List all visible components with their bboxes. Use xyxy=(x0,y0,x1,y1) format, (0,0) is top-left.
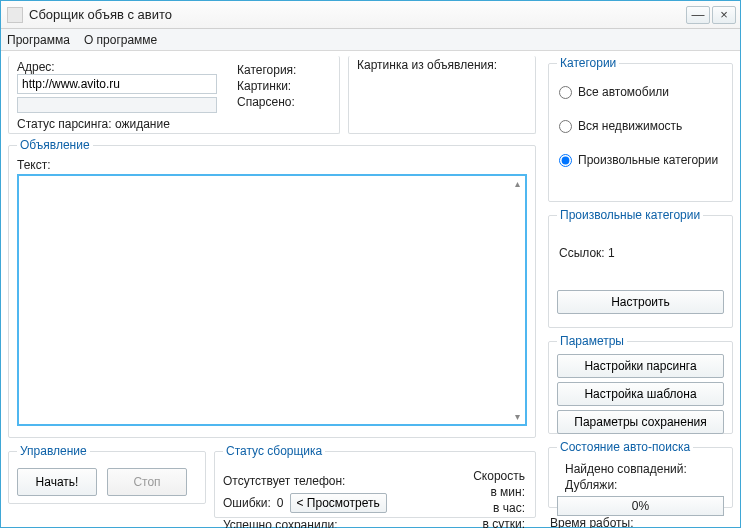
radio-all-realty-label: Вся недвижимость xyxy=(578,119,682,133)
errors-label: Ошибки: xyxy=(223,494,271,512)
control-legend: Управление xyxy=(17,444,90,458)
per-day-label: в сутки: xyxy=(483,517,526,528)
errors-value: 0 xyxy=(277,494,284,512)
parse-status-label: Статус парсинга: xyxy=(17,117,112,131)
address-input[interactable] xyxy=(17,74,217,94)
menubar: Программа О программе xyxy=(1,29,740,51)
found-label: Найдено совпадений: xyxy=(565,462,687,476)
view-errors-button[interactable]: < Просмотреть xyxy=(290,493,387,513)
scroll-down-icon[interactable]: ▾ xyxy=(510,409,525,424)
autosearch-legend: Состояние авто-поиска xyxy=(557,440,693,454)
app-icon xyxy=(7,7,23,23)
template-settings-button[interactable]: Настройка шаблона xyxy=(557,382,724,406)
progress-bar xyxy=(17,97,217,113)
percent-indicator: 0% xyxy=(557,496,724,516)
stop-button[interactable]: Стоп xyxy=(107,468,187,496)
radio-all-auto-label: Все автомобили xyxy=(578,85,669,99)
params-panel: Параметры Настройки парсинга Настройка ш… xyxy=(548,334,733,434)
save-params-button[interactable]: Параметры сохранения xyxy=(557,410,724,434)
control-panel: Управление Начать! Стоп xyxy=(8,444,206,504)
speed-label: Скорость xyxy=(473,468,525,484)
radio-all-auto[interactable]: Все автомобили xyxy=(559,85,724,99)
menu-about[interactable]: О программе xyxy=(84,33,157,47)
categories-panel: Категории Все автомобили Вся недвижимост… xyxy=(548,56,733,202)
collector-status-panel: Статус сборщика Отсутствует телефон: Оши… xyxy=(214,444,536,518)
links-label: Ссылок: xyxy=(559,246,605,260)
picture-panel: Картинка из объявления: xyxy=(348,56,536,134)
links-count: 1 xyxy=(608,246,615,260)
parse-stats: Категория: Картинки: Спарсено: xyxy=(237,62,296,110)
custom-categories-panel: Произвольные категории Ссылок: 1 Настрои… xyxy=(548,208,733,328)
menu-program[interactable]: Программа xyxy=(7,33,70,47)
minimize-button[interactable]: — xyxy=(686,6,710,24)
per-hour-label: в час: xyxy=(493,501,525,515)
parsed-label: Спарсено: xyxy=(237,95,295,109)
category-label: Категория: xyxy=(237,63,296,77)
custom-categories-legend: Произвольные категории xyxy=(557,208,703,222)
close-button[interactable]: × xyxy=(712,6,736,24)
address-label: Адрес: xyxy=(17,60,55,74)
autosearch-panel: Состояние авто-поиска Найдено совпадений… xyxy=(548,440,733,508)
announcement-panel: Объявление Текст: ▴ ▾ xyxy=(8,138,536,438)
announcement-text-frame: ▴ ▾ xyxy=(17,174,527,426)
dup-label: Дубляжи: xyxy=(565,478,617,492)
no-phone-label: Отсутствует телефон: xyxy=(223,474,345,488)
titlebar: Сборщик объяв с авито — × xyxy=(1,1,740,29)
radio-all-realty[interactable]: Вся недвижимость xyxy=(559,119,724,133)
address-panel: Адрес: Категория: Картинки: Спарсено: Ст… xyxy=(8,56,340,134)
window-title: Сборщик объяв с авито xyxy=(29,7,684,22)
params-legend: Параметры xyxy=(557,334,627,348)
collector-status-legend: Статус сборщика xyxy=(223,444,325,458)
announcement-text-label: Текст: xyxy=(17,158,527,172)
announcement-legend: Объявление xyxy=(17,138,93,152)
radio-custom-label: Произвольные категории xyxy=(578,153,718,167)
picture-label: Картинка из объявления: xyxy=(357,58,527,72)
announcement-textarea[interactable] xyxy=(19,176,509,424)
saved-label: Успешно сохранили: xyxy=(223,518,338,528)
categories-legend: Категории xyxy=(557,56,619,70)
configure-button[interactable]: Настроить xyxy=(557,290,724,314)
worktime-panel: Время работы: xyxy=(548,514,733,528)
images-label: Картинки: xyxy=(237,79,291,93)
radio-all-realty-input[interactable] xyxy=(559,120,572,133)
worktime-label: Время работы: xyxy=(550,516,634,528)
radio-custom[interactable]: Произвольные категории xyxy=(559,153,724,167)
radio-all-auto-input[interactable] xyxy=(559,86,572,99)
parse-settings-button[interactable]: Настройки парсинга xyxy=(557,354,724,378)
start-button[interactable]: Начать! xyxy=(17,468,97,496)
per-min-label: в мин: xyxy=(490,485,525,499)
radio-custom-input[interactable] xyxy=(559,154,572,167)
scroll-up-icon[interactable]: ▴ xyxy=(510,176,525,191)
parse-status-value: ожидание xyxy=(115,117,170,131)
